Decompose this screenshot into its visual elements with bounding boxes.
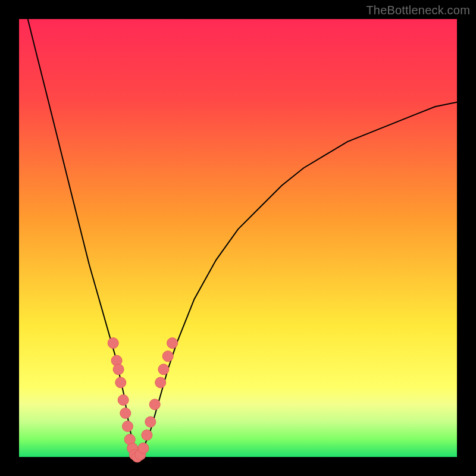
data-marker [123,421,133,432]
data-marker [115,377,126,388]
data-marker [155,377,166,388]
data-marker [118,394,129,405]
plot-area [19,19,457,457]
data-marker [158,364,169,375]
bottleneck-curve-svg [19,19,457,457]
data-marker [138,443,149,453]
data-marker [167,338,178,349]
data-marker [142,430,152,440]
marker-group [108,338,177,462]
data-marker [113,364,124,375]
data-marker [120,408,131,418]
watermark-text: TheBottleneck.com [366,4,470,17]
data-marker [162,351,173,362]
data-marker [145,416,156,427]
bottleneck-curve-path [28,19,457,457]
chart-frame: TheBottleneck.com [0,0,476,476]
data-marker [108,338,118,349]
data-marker [149,399,160,410]
